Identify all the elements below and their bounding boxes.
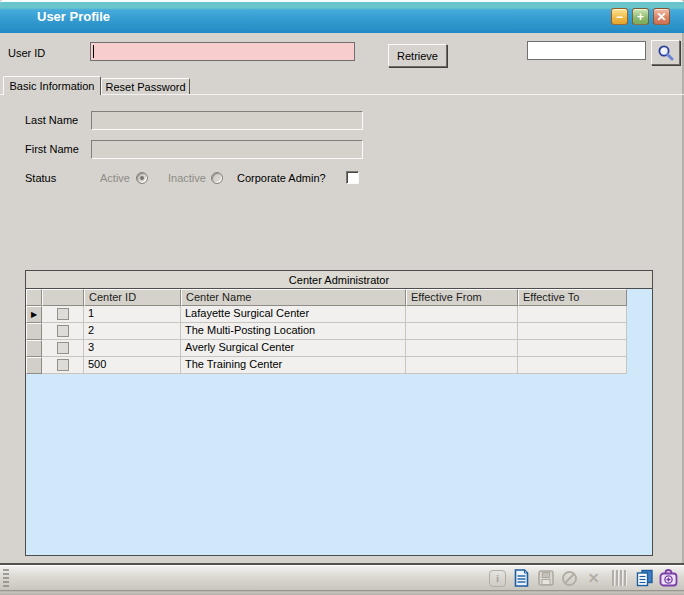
row-checkbox-cell[interactable] bbox=[42, 340, 84, 357]
user-id-input[interactable] bbox=[90, 42, 355, 61]
cell-center-name[interactable]: Lafayette Surgical Center bbox=[181, 306, 406, 323]
cell-effective-to[interactable] bbox=[518, 357, 627, 374]
close-icon: ✕ bbox=[656, 11, 666, 23]
cell-center-id[interactable]: 3 bbox=[84, 340, 181, 357]
grid-header-indicator bbox=[26, 289, 42, 306]
grid-header-center-name[interactable]: Center Name bbox=[181, 289, 406, 306]
new-document-icon bbox=[514, 569, 529, 587]
cell-center-id[interactable]: 1 bbox=[84, 306, 181, 323]
row-checkbox-cell[interactable] bbox=[42, 306, 84, 323]
toolbar-grip[interactable] bbox=[3, 569, 9, 587]
table-row: 500 The Training Center bbox=[26, 357, 627, 374]
grid-header-center-id[interactable]: Center ID bbox=[84, 289, 181, 306]
corporate-admin-label: Corporate Admin? bbox=[237, 172, 326, 184]
search-input[interactable] bbox=[527, 41, 646, 60]
retrieve-button[interactable]: Retrieve bbox=[388, 44, 447, 67]
maximize-icon: + bbox=[637, 11, 644, 23]
row-selector[interactable] bbox=[26, 323, 42, 340]
last-name-input[interactable] bbox=[91, 111, 363, 130]
user-profile-window: User Profile − + ✕ User ID Retrieve Basi… bbox=[0, 0, 684, 595]
copy-icon bbox=[636, 569, 654, 587]
row-selector[interactable]: ▶ bbox=[26, 306, 42, 323]
inactive-radio[interactable] bbox=[211, 172, 223, 184]
center-administrator-grid: Center Administrator Center ID Center Na… bbox=[25, 270, 653, 556]
cell-effective-from[interactable] bbox=[406, 323, 518, 340]
add-record-icon bbox=[659, 569, 678, 587]
user-id-label: User ID bbox=[8, 47, 45, 59]
save-button[interactable] bbox=[536, 569, 555, 588]
cancel-button[interactable] bbox=[560, 569, 579, 588]
row-checkbox[interactable] bbox=[57, 342, 69, 354]
last-name-label: Last Name bbox=[25, 114, 78, 126]
active-radio-label: Active bbox=[100, 172, 130, 184]
row-checkbox-cell[interactable] bbox=[42, 357, 84, 374]
delete-icon: ✕ bbox=[588, 570, 600, 586]
row-checkbox[interactable] bbox=[57, 359, 69, 371]
first-name-input[interactable] bbox=[91, 140, 363, 159]
copy-button[interactable] bbox=[635, 569, 654, 588]
delete-button[interactable]: ✕ bbox=[584, 569, 603, 588]
grid-header-checkbox bbox=[42, 289, 84, 306]
cell-center-name[interactable]: Averly Surgical Center bbox=[181, 340, 406, 357]
grid-caption-label: Center Administrator bbox=[289, 274, 389, 286]
retrieve-button-label: Retrieve bbox=[397, 50, 438, 62]
search-button[interactable] bbox=[651, 40, 680, 65]
grid-header-effective-to[interactable]: Effective To bbox=[518, 289, 627, 306]
cell-center-id[interactable]: 2 bbox=[84, 323, 181, 340]
table-row: 2 The Multi-Posting Location bbox=[26, 323, 627, 340]
close-button[interactable]: ✕ bbox=[653, 8, 670, 25]
titlebar: User Profile − + ✕ bbox=[0, 0, 684, 33]
window-controls: − + ✕ bbox=[611, 8, 670, 25]
tab-reset-password[interactable]: Reset Password bbox=[101, 78, 190, 95]
cell-effective-from[interactable] bbox=[406, 306, 518, 323]
cell-center-id[interactable]: 500 bbox=[84, 357, 181, 374]
status-label: Status bbox=[25, 172, 56, 184]
info-icon: i bbox=[489, 570, 506, 587]
corporate-admin-checkbox[interactable] bbox=[346, 171, 359, 184]
grid-caption: Center Administrator bbox=[26, 271, 652, 289]
toolbar-separator bbox=[612, 570, 626, 586]
add-record-button[interactable] bbox=[659, 569, 678, 588]
info-button[interactable]: i bbox=[488, 569, 507, 588]
text-caret bbox=[93, 45, 94, 58]
cell-center-name[interactable]: The Multi-Posting Location bbox=[181, 323, 406, 340]
cell-effective-to[interactable] bbox=[518, 340, 627, 357]
row-checkbox[interactable] bbox=[57, 308, 69, 320]
cell-effective-from[interactable] bbox=[406, 357, 518, 374]
cell-effective-to[interactable] bbox=[518, 306, 627, 323]
tab-reset-password-label: Reset Password bbox=[105, 81, 185, 93]
tab-baseline bbox=[0, 94, 684, 95]
tab-basic-information-label: Basic Information bbox=[10, 80, 95, 92]
minimize-icon: − bbox=[616, 11, 623, 23]
cell-effective-from[interactable] bbox=[406, 340, 518, 357]
row-selector[interactable] bbox=[26, 340, 42, 357]
window-title: User Profile bbox=[37, 9, 110, 24]
grid-empty-area bbox=[26, 374, 652, 555]
row-indicator-icon: ▶ bbox=[31, 310, 37, 319]
cell-effective-to[interactable] bbox=[518, 323, 627, 340]
grid-header-row: Center ID Center Name Effective From Eff… bbox=[26, 289, 627, 306]
grid-header-effective-from[interactable]: Effective From bbox=[406, 289, 518, 306]
active-radio[interactable] bbox=[136, 172, 148, 184]
table-row: ▶ 1 Lafayette Surgical Center bbox=[26, 306, 627, 323]
first-name-label: First Name bbox=[25, 143, 79, 155]
table-row: 3 Averly Surgical Center bbox=[26, 340, 627, 357]
cell-center-name[interactable]: The Training Center bbox=[181, 357, 406, 374]
bottom-toolbar: i bbox=[0, 565, 684, 590]
cancel-icon bbox=[561, 570, 578, 587]
row-checkbox-cell[interactable] bbox=[42, 323, 84, 340]
tab-basic-information[interactable]: Basic Information bbox=[3, 76, 101, 95]
new-record-button[interactable] bbox=[512, 569, 531, 588]
inactive-radio-label: Inactive bbox=[168, 172, 206, 184]
toolbar-icons: i bbox=[488, 569, 678, 588]
minimize-button[interactable]: − bbox=[611, 8, 628, 25]
row-selector[interactable] bbox=[26, 357, 42, 374]
row-checkbox[interactable] bbox=[57, 325, 69, 337]
save-icon bbox=[538, 570, 554, 586]
window-bottom-edge bbox=[0, 590, 684, 595]
magnifier-icon bbox=[656, 44, 676, 62]
maximize-button[interactable]: + bbox=[632, 8, 649, 25]
